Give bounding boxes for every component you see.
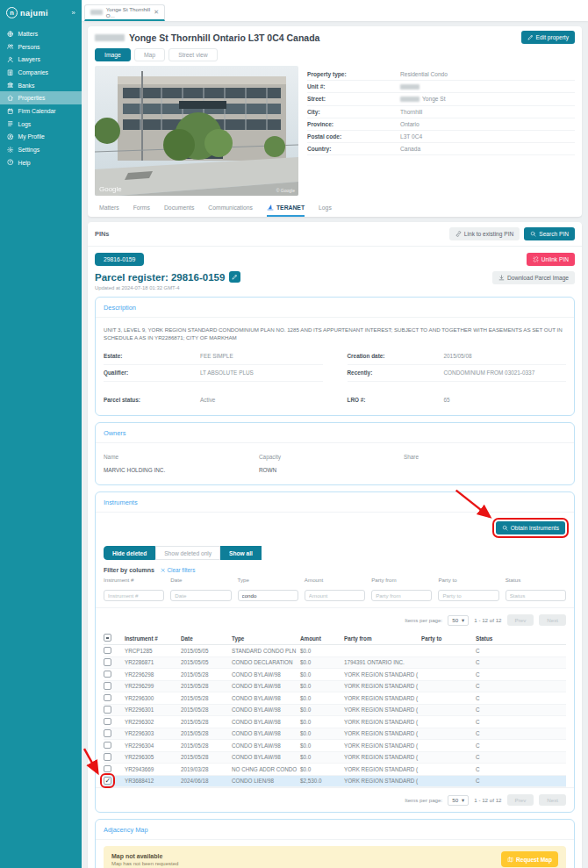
tab-teranet[interactable]: TERANET	[267, 199, 305, 217]
cell-amount: $0.0	[300, 754, 344, 760]
next-page-button[interactable]: Next	[539, 614, 566, 626]
filter-input[interactable]	[238, 590, 298, 601]
cell-party-from: YORK REGION STANDARD (	[344, 719, 421, 725]
filter-input[interactable]	[170, 590, 231, 601]
field-value	[400, 84, 575, 90]
record-tabs: Matters Forms Documents	[95, 199, 575, 217]
row-checkbox[interactable]	[104, 777, 111, 785]
instrument-row[interactable]: YR2296299 2015/05/28 CONDO BYLAW/98 $0.0…	[104, 681, 566, 693]
owner-row: MARVIC HOLDING INC. ROWN	[104, 464, 566, 476]
field-value: CONDOMINIUM FROM 03021-0337	[444, 369, 567, 376]
sidebar-item-properties[interactable]: Properties	[0, 91, 82, 104]
field-label: Qualifier:	[104, 369, 200, 376]
filter-input[interactable]	[438, 590, 498, 601]
page-size-select[interactable]: 50 ▾	[448, 795, 469, 806]
logs-icon	[7, 120, 14, 127]
sidebar-collapse-icon[interactable]: »	[72, 9, 75, 17]
cell-type: CONDO BYLAW/98	[232, 695, 300, 701]
instrument-row[interactable]: YR2296305 2015/05/28 CONDO BYLAW/98 $0.0…	[104, 752, 566, 764]
cell-date: 2015/05/28	[181, 683, 232, 689]
property-photo: Google © Google	[95, 66, 298, 196]
sidebar-item-logs[interactable]: Logs	[0, 118, 82, 131]
instrument-row[interactable]: YR3688412 2024/06/18 CONDO LIEN/98 $2,53…	[104, 776, 566, 788]
unlink-pin-button[interactable]: Unlink PIN	[527, 253, 575, 266]
clear-filters-link[interactable]: Clear filters	[161, 567, 195, 573]
edit-property-button[interactable]: Edit property	[521, 31, 575, 44]
search-pin-button[interactable]: Search PIN	[524, 227, 575, 240]
toggle-button[interactable]: Hide deleted	[104, 546, 155, 560]
items-per-page-label: Items per page:	[405, 797, 442, 803]
instruments-table: Instrument # Date Type Amount Party from…	[96, 632, 574, 787]
tab-forms[interactable]: Forms	[133, 199, 150, 217]
toggle-button[interactable]: Show all	[220, 546, 262, 560]
link-to-existing-pin-button[interactable]: Link to existing PIN	[449, 227, 520, 240]
instrument-row[interactable]: YR2296300 2015/05/28 CONDO BYLAW/98 $0.0…	[104, 692, 566, 705]
toggle-button[interactable]: Show deleted only	[155, 546, 220, 560]
sidebar-item-settings[interactable]: Settings	[0, 143, 82, 156]
instrument-row[interactable]: YR2943669 2019/03/28 NO CHNG ADDR CONDO …	[104, 764, 566, 776]
row-checkbox[interactable]	[104, 671, 111, 678]
field-value: Yonge St	[400, 96, 575, 102]
instrument-row[interactable]: YR2296304 2015/05/28 CONDO BYLAW/98 $0.0…	[104, 740, 566, 752]
row-checkbox[interactable]	[104, 682, 111, 690]
sidebar-item-firm-calendar[interactable]: Firm Calendar	[0, 104, 82, 118]
sidebar-item-label: Properties	[18, 95, 46, 101]
building-icon	[7, 69, 14, 76]
tab-matters[interactable]: Matters	[99, 199, 119, 217]
row-checkbox[interactable]	[104, 694, 111, 702]
cell-instrument: YR2296304	[125, 742, 181, 749]
row-checkbox[interactable]	[104, 658, 111, 666]
bank-icon	[7, 82, 14, 89]
cell-amount: $0.0	[300, 742, 344, 749]
row-checkbox[interactable]	[104, 706, 111, 714]
instrument-row[interactable]: YR2286871 2015/05/05 CONDO DECLARATION $…	[104, 657, 566, 670]
row-checkbox[interactable]	[104, 742, 111, 750]
obtain-instruments-button[interactable]: Obtain instruments	[496, 521, 565, 534]
row-checkbox[interactable]	[104, 729, 111, 737]
pin-chip[interactable]: 29816-0159	[95, 253, 144, 266]
column-header: Party from	[344, 635, 421, 642]
row-checkbox[interactable]	[104, 753, 111, 761]
next-page-button[interactable]: Next	[539, 794, 566, 806]
filter-input[interactable]	[506, 590, 566, 601]
sidebar-item-matters[interactable]: Matters	[0, 27, 82, 40]
building-photo-illustration: Google © Google	[95, 66, 298, 196]
row-checkbox[interactable]	[104, 647, 111, 655]
instrument-row[interactable]: YR2296301 2015/05/28 CONDO BYLAW/98 $0.0…	[104, 705, 566, 717]
user-icon	[7, 56, 14, 63]
filter-input[interactable]	[305, 590, 365, 601]
instrument-row[interactable]: YR2296302 2015/05/28 CONDO BYLAW/98 $0.0…	[104, 716, 566, 728]
sidebar-item-lawyers[interactable]: Lawyers	[0, 53, 82, 66]
instrument-row[interactable]: YRCP1285 2015/05/05 STANDARD CONDO PLN $…	[104, 645, 566, 657]
sidebar-item-companies[interactable]: Companies	[0, 66, 82, 79]
filter-input[interactable]	[371, 590, 432, 601]
select-all-checkbox[interactable]	[104, 634, 111, 642]
instrument-row[interactable]: YR2296298 2015/05/28 CONDO BYLAW/98 $0.0…	[104, 669, 566, 681]
prev-page-button[interactable]: Prev	[507, 614, 534, 626]
cell-status: C	[476, 766, 566, 772]
filter-input[interactable]	[104, 590, 164, 601]
edit-parcel-register-button[interactable]	[229, 271, 240, 283]
download-parcel-image-button[interactable]: Download Parcel Image	[492, 271, 575, 284]
tab-logs[interactable]: Logs	[319, 199, 332, 217]
sidebar-item-help[interactable]: Help	[0, 156, 82, 169]
cell-date: 2019/03/28	[181, 766, 232, 772]
property-field-row: Province: Ontario	[307, 118, 575, 131]
view-tab-image[interactable]: Image	[95, 48, 131, 61]
close-icon[interactable]: ✕	[154, 9, 159, 16]
row-checkbox[interactable]	[104, 765, 111, 773]
open-record-tab[interactable]: Yonge St Thornhill O... ✕	[84, 4, 165, 21]
row-checkbox[interactable]	[104, 718, 111, 726]
page-size-select[interactable]: 50 ▾	[448, 615, 469, 626]
sidebar-item-persons[interactable]: Persons	[0, 40, 82, 54]
tab-documents[interactable]: Documents	[164, 199, 194, 217]
view-tab-map[interactable]: Map	[134, 48, 165, 61]
view-tab-street-view[interactable]: Street view	[169, 48, 218, 61]
prev-page-button[interactable]: Prev	[507, 794, 534, 806]
instrument-row[interactable]: YR2296303 2015/05/28 CONDO BYLAW/98 $0.0…	[104, 728, 566, 741]
request-map-button[interactable]: Request Map	[501, 851, 558, 867]
sidebar-item-my-profile[interactable]: My Profile	[0, 131, 82, 144]
description-fields: Estate: FEE SIMPLE Creation date: 2015/0…	[96, 347, 574, 415]
sidebar-item-banks[interactable]: Banks	[0, 79, 82, 92]
tab-communications[interactable]: Communications	[208, 199, 253, 217]
